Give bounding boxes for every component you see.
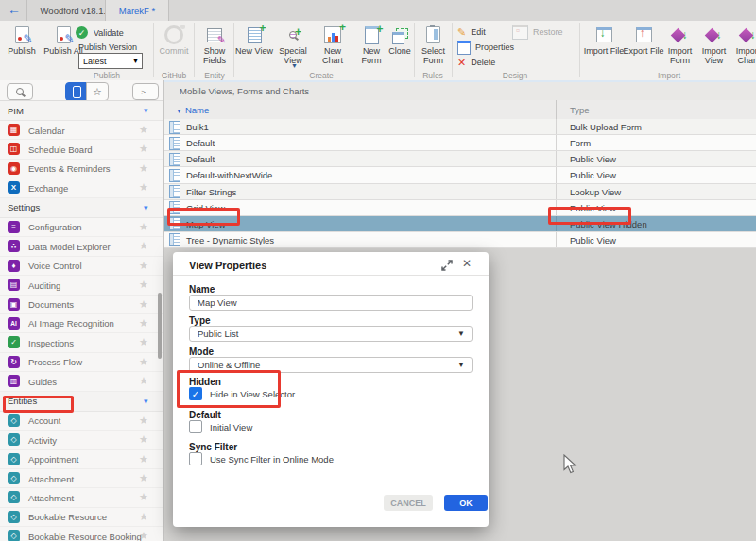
special-view-dropdown-icon[interactable]: ▼ [291, 62, 298, 69]
console-icon: >- [141, 88, 149, 96]
sidebar-item-voice-control[interactable]: ♦Voice Control★ [0, 257, 163, 276]
publish-version-label: Publish Version [78, 42, 137, 52]
favorite-star-icon[interactable]: ★ [139, 356, 148, 368]
sidebar-item-calendar[interactable]: ▦Calendar★ [0, 121, 163, 140]
panel-title: Mobile Views, Forms and Charts [180, 86, 309, 96]
type-select[interactable]: Public List ▼ [189, 326, 472, 342]
table-row-filter-strings[interactable]: Filter StringsLookup View [164, 184, 756, 200]
show-fields-button[interactable]: ✎ Show Fields [196, 24, 233, 67]
publish-button[interactable]: ✎ Publish [2, 24, 42, 67]
sidebar-item-activity[interactable]: ◇Activity★ [0, 431, 163, 449]
new-chart-button[interactable]: + New Chart [313, 24, 352, 67]
sidebar-item-auditing[interactable]: ▤Auditing★ [0, 276, 163, 295]
expand-dialog-icon[interactable] [440, 259, 455, 272]
favorite-star-icon[interactable]: ★ [139, 221, 148, 233]
favorite-star-icon[interactable]: ★ [139, 317, 148, 330]
initial-view-checkbox[interactable]: Initial View [189, 420, 252, 433]
select-form-button[interactable]: Select Form [416, 24, 451, 67]
clone-button[interactable]: Clone [384, 24, 416, 67]
publish-version-select[interactable]: Latest ▼ [78, 53, 143, 69]
favorite-star-icon[interactable]: ★ [139, 453, 148, 465]
sidebar-item-exchange[interactable]: XExchange★ [0, 178, 163, 197]
mobile-projects-button[interactable] [65, 82, 88, 101]
mode-select[interactable]: Online & Offline ▼ [189, 357, 472, 373]
sidebar-item-attachment[interactable]: ◇Attachment★ [0, 488, 163, 507]
validate-button[interactable]: ✓ Validate [76, 26, 124, 39]
favorite-star-icon[interactable]: ★ [139, 472, 148, 484]
favorite-star-icon[interactable]: ★ [139, 181, 148, 194]
show-fields-icon: ✎ [207, 28, 222, 42]
sidebar-tree: PIM▾▦Calendar★◫Schedule Board★◉Events & … [0, 101, 163, 541]
favorite-star-icon[interactable]: ★ [139, 260, 148, 272]
import-chart-button[interactable]: ↓ Import Chart [730, 24, 756, 67]
sidebar-item-ai-image-recognition[interactable]: AIAI Image Recognition★ [0, 314, 163, 333]
favorite-star-icon[interactable]: ★ [139, 298, 148, 311]
import-file-button[interactable]: ↓ Import File [582, 24, 626, 67]
delete-button[interactable]: ✕ Delete [457, 56, 495, 69]
ok-button[interactable]: OK [444, 495, 488, 511]
favorite-star-icon[interactable]: ★ [139, 336, 148, 348]
sidebar-item-process-flow[interactable]: ↻Process Flow★ [0, 353, 163, 372]
sidebar: ☆ >- PIM▾▦Calendar★◫Schedule Board★◉Even… [0, 80, 164, 541]
import-view-button[interactable]: ↓ Import View [696, 24, 731, 67]
favorites-filter-button[interactable]: ☆ [86, 82, 109, 101]
use-sync-filter-checkbox[interactable]: Use Sync Filter in Online Mode [189, 452, 334, 465]
sidebar-item-documents[interactable]: ▣Documents★ [0, 296, 163, 314]
sidebar-item-bookable-resource[interactable]: ◇Bookable Resource★ [0, 508, 163, 527]
console-button[interactable]: >- [132, 83, 159, 100]
sidebar-item-configuration[interactable]: ≡Configuration★ [0, 218, 163, 237]
favorite-star-icon[interactable]: ★ [139, 375, 148, 387]
favorite-star-icon[interactable]: ★ [139, 240, 148, 252]
publish-all-icon: ✎ [57, 26, 71, 43]
entity-cube-icon: ◇ [8, 453, 20, 465]
new-view-button[interactable]: + New View [235, 24, 273, 67]
table-row-default[interactable]: DefaultPublic View [164, 151, 756, 167]
sidebar-item-account[interactable]: ◇Account★ [0, 412, 163, 431]
properties-button[interactable]: Properties [457, 41, 514, 54]
table-row-tree-dynamic-styles[interactable]: Tree - Dynamic StylesPublic View [164, 232, 756, 248]
publish-icon: ✎ [15, 26, 29, 43]
table-row-grid-view[interactable]: Grid ViewPublic View [164, 200, 756, 216]
sidebar-item-attachment[interactable]: ◇Attachment★ [0, 469, 163, 488]
view-form-icon [169, 185, 180, 198]
sidebar-section-entities[interactable]: Entities▾ [0, 392, 163, 412]
table-row-map-view[interactable]: Map ViewPublic View Hidden [164, 216, 756, 232]
favorite-star-icon[interactable]: ★ [139, 124, 148, 136]
edit-button[interactable]: ✎ Edit [457, 25, 486, 39]
back-arrow-icon[interactable]: ← [8, 2, 21, 17]
sidebar-item-inspections[interactable]: ✓Inspections★ [0, 333, 163, 352]
special-view-button[interactable]: + Special View [273, 24, 313, 67]
favorite-star-icon[interactable]: ★ [139, 491, 148, 503]
favorite-star-icon[interactable]: ★ [139, 414, 148, 427]
import-form-button[interactable]: ↓ Import Form [662, 24, 697, 67]
sidebar-section-pim[interactable]: PIM▾ [0, 101, 163, 121]
export-file-button[interactable]: ↑ Export File [622, 24, 665, 67]
sidebar-scrollbar[interactable] [158, 293, 162, 359]
favorite-star-icon[interactable]: ★ [139, 433, 148, 446]
cancel-button[interactable]: CANCEL [384, 495, 433, 511]
table-row-bulk1[interactable]: Bulk1Bulk Upload Form [164, 119, 756, 135]
favorite-star-icon[interactable]: ★ [139, 279, 148, 291]
sidebar-item-schedule-board[interactable]: ◫Schedule Board★ [0, 140, 163, 159]
favorite-star-icon[interactable]: ★ [139, 162, 148, 175]
column-header-type[interactable]: Type [570, 105, 590, 115]
new-view-icon: + [248, 27, 262, 43]
sidebar-item-appointment[interactable]: ◇Appointment★ [0, 450, 163, 469]
sidebar-item-events-reminders[interactable]: ◉Events & Reminders★ [0, 160, 163, 178]
hide-in-view-selector-checkbox[interactable]: ✓ Hide in View Selector [189, 387, 295, 400]
commit-icon [164, 25, 183, 44]
sidebar-item-bookable-resource-booking[interactable]: ◇Bookable Resource Booking★ [0, 527, 163, 541]
sidebar-section-settings[interactable]: Settings▾ [0, 198, 163, 218]
column-header-name[interactable]: ▼Name [176, 105, 209, 115]
sidebar-item-data-model-explorer[interactable]: ∴Data Model Explorer★ [0, 237, 163, 256]
table-row-default[interactable]: DefaultForm [164, 135, 756, 151]
table-row-default-withnextwide[interactable]: Default-withNextWidePublic View [164, 167, 756, 183]
sidebar-item-guides[interactable]: ▥Guides★ [0, 372, 163, 391]
close-dialog-icon[interactable]: ✕ [462, 257, 472, 270]
search-button[interactable] [7, 83, 33, 100]
tab-project-marekf[interactable]: MarekF * [105, 0, 169, 21]
favorite-star-icon[interactable]: ★ [139, 511, 148, 523]
name-input[interactable] [189, 295, 472, 311]
favorite-star-icon[interactable]: ★ [139, 143, 148, 155]
favorite-star-icon[interactable]: ★ [139, 530, 148, 541]
